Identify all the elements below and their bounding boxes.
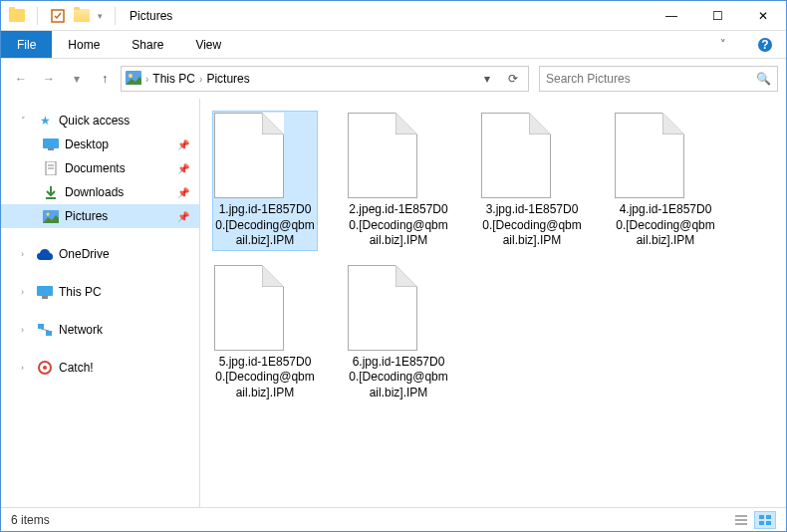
sidebar-item-downloads[interactable]: Downloads 📌: [1, 180, 199, 204]
qat-properties-icon[interactable]: [50, 8, 66, 24]
file-list[interactable]: 1.jpg.id-1E857D00.[Decoding@qbmail.biz].…: [200, 99, 786, 507]
chevron-right-icon[interactable]: ›: [199, 74, 202, 85]
file-name: 1.jpg.id-1E857D00.[Decoding@qbmail.biz].…: [214, 202, 316, 249]
file-item[interactable]: 1.jpg.id-1E857D00.[Decoding@qbmail.biz].…: [212, 111, 318, 251]
back-button[interactable]: ←: [9, 67, 33, 91]
maximize-button[interactable]: ☐: [694, 1, 740, 31]
sidebar-item-documents[interactable]: Documents 📌: [1, 156, 199, 180]
recent-dropdown[interactable]: ▾: [65, 67, 89, 91]
pictures-icon: [43, 208, 59, 224]
svg-rect-24: [766, 515, 771, 519]
tab-share[interactable]: Share: [116, 31, 179, 58]
svg-rect-26: [766, 521, 771, 525]
svg-rect-25: [759, 521, 764, 525]
window-title: Pictures: [130, 9, 172, 23]
pin-icon: 📌: [177, 163, 189, 174]
details-view-button[interactable]: [730, 511, 752, 529]
desktop-icon: [43, 136, 59, 152]
file-icon: [214, 265, 284, 351]
file-item[interactable]: 3.jpg.id-1E857D00.[Decoding@qbmail.biz].…: [479, 111, 585, 251]
folder-icon: [9, 8, 25, 24]
svg-rect-14: [42, 296, 48, 299]
file-icon: [348, 113, 417, 198]
tab-home[interactable]: Home: [52, 31, 116, 58]
svg-line-17: [41, 329, 49, 331]
svg-rect-15: [38, 324, 44, 329]
breadcrumb-this-pc[interactable]: This PC: [152, 72, 195, 86]
svg-rect-6: [48, 148, 54, 150]
onedrive-icon: [37, 246, 53, 262]
qat-dropdown-icon[interactable]: [74, 8, 90, 24]
sidebar-item-pictures[interactable]: Pictures 📌: [1, 204, 199, 228]
file-name: 2.jpeg.id-1E857D00.[Decoding@qbmail.biz]…: [348, 202, 449, 249]
svg-rect-23: [759, 515, 764, 519]
chevron-right-icon[interactable]: ›: [21, 249, 31, 259]
file-name: 4.jpg.id-1E857D00.[Decoding@qbmail.biz].…: [615, 202, 716, 249]
status-bar: 6 items: [1, 507, 786, 531]
svg-text:?: ?: [761, 38, 768, 52]
file-icon: [615, 113, 684, 198]
ribbon: File Home Share View ˅ ?: [1, 31, 786, 59]
svg-rect-13: [37, 286, 53, 296]
catch-icon: [37, 360, 53, 376]
chevron-down-icon[interactable]: ˅: [21, 116, 31, 126]
tab-view[interactable]: View: [179, 31, 237, 58]
ribbon-expand-button[interactable]: ˅: [702, 31, 744, 58]
navigation-pane: ˅ ★ Quick access Desktop 📌 Documents 📌 D…: [1, 99, 200, 507]
pin-icon: 📌: [177, 211, 189, 222]
file-item[interactable]: 4.jpg.id-1E857D00.[Decoding@qbmail.biz].…: [613, 111, 718, 251]
address-dropdown[interactable]: ▾: [476, 72, 498, 86]
file-item[interactable]: 6.jpg.id-1E857D00.[Decoding@qbmail.biz].…: [346, 263, 451, 403]
up-button[interactable]: ↑: [93, 67, 117, 91]
sidebar-catch[interactable]: › Catch!: [1, 356, 199, 380]
file-item[interactable]: 2.jpeg.id-1E857D00.[Decoding@qbmail.biz]…: [346, 111, 451, 251]
chevron-right-icon[interactable]: ›: [21, 363, 31, 373]
svg-rect-16: [46, 331, 52, 336]
sidebar-quick-access[interactable]: ˅ ★ Quick access: [1, 109, 199, 133]
downloads-icon: [43, 184, 59, 200]
address-bar[interactable]: › This PC › Pictures ▾ ⟳: [121, 66, 529, 92]
chevron-right-icon[interactable]: ›: [145, 74, 148, 85]
svg-rect-5: [43, 138, 59, 148]
close-button[interactable]: ✕: [740, 1, 786, 31]
file-name: 6.jpg.id-1E857D00.[Decoding@qbmail.biz].…: [348, 355, 449, 401]
sidebar-onedrive[interactable]: › OneDrive: [1, 242, 199, 266]
search-icon[interactable]: 🔍: [756, 72, 771, 86]
sidebar-this-pc[interactable]: › This PC: [1, 280, 199, 304]
item-count: 6 items: [11, 513, 50, 527]
file-icon: [348, 265, 417, 351]
titlebar: ▾ Pictures — ☐ ✕: [1, 1, 786, 31]
file-item[interactable]: 5.jpg.id-1E857D00.[Decoding@qbmail.biz].…: [212, 263, 318, 403]
separator: [115, 7, 116, 25]
chevron-right-icon[interactable]: ›: [21, 325, 31, 335]
file-icon: [481, 113, 551, 198]
pin-icon: 📌: [177, 139, 189, 150]
refresh-button[interactable]: ⟳: [502, 72, 524, 86]
minimize-button[interactable]: —: [649, 1, 694, 31]
svg-point-19: [43, 366, 47, 370]
file-menu[interactable]: File: [1, 31, 52, 58]
navigation-bar: ← → ▾ ↑ › This PC › Pictures ▾ ⟳ 🔍: [1, 59, 786, 99]
file-name: 3.jpg.id-1E857D00.[Decoding@qbmail.biz].…: [481, 202, 583, 249]
file-icon: [214, 113, 284, 198]
sidebar-network[interactable]: › Network: [1, 318, 199, 342]
network-icon: [37, 322, 53, 338]
icons-view-button[interactable]: [754, 511, 776, 529]
svg-point-4: [129, 74, 132, 78]
pictures-icon: [126, 71, 141, 87]
chevron-down-icon[interactable]: ▾: [98, 11, 103, 21]
documents-icon: [43, 160, 59, 176]
chevron-right-icon[interactable]: ›: [21, 287, 31, 297]
pin-icon: 📌: [177, 187, 189, 198]
sidebar-item-desktop[interactable]: Desktop 📌: [1, 133, 199, 156]
help-button[interactable]: ?: [744, 31, 786, 58]
svg-point-12: [47, 212, 50, 215]
breadcrumb-pictures[interactable]: Pictures: [206, 72, 249, 86]
pc-icon: [37, 284, 53, 300]
separator: [37, 7, 38, 25]
forward-button[interactable]: →: [37, 67, 61, 91]
search-input[interactable]: [546, 72, 756, 86]
star-icon: ★: [37, 113, 53, 129]
search-box[interactable]: 🔍: [539, 66, 778, 92]
file-name: 5.jpg.id-1E857D00.[Decoding@qbmail.biz].…: [214, 355, 316, 401]
